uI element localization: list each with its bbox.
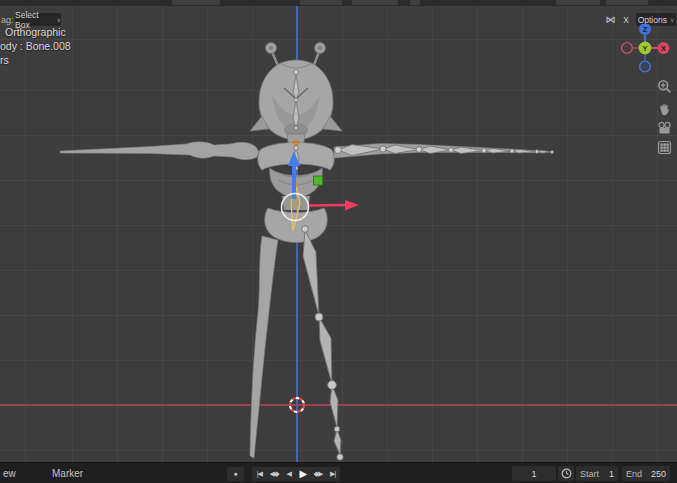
view-name-text: Orthographic — [5, 26, 66, 38]
zoom-icon[interactable] — [655, 77, 673, 95]
3d-viewport[interactable]: ag: Select Box ∨ ⋈ X Options ∨ Orthograp… — [0, 6, 677, 462]
nav-axis-x-positive[interactable]: X — [658, 42, 670, 54]
drag-mode-label: ag: — [1, 15, 14, 25]
character-left-leg — [250, 236, 278, 458]
frame-end-value: 250 — [651, 469, 666, 479]
play-reverse-button[interactable]: ◀ — [281, 467, 296, 481]
camera-view-icon[interactable] — [655, 119, 673, 137]
header-fragment — [352, 0, 398, 5]
gizmo-x-arrowhead[interactable] — [345, 200, 359, 211]
header-fragment — [300, 0, 342, 5]
pan-hand-icon[interactable] — [655, 100, 673, 118]
gizmo-x-arrow[interactable] — [309, 205, 346, 206]
frame-start-value: 1 — [609, 469, 614, 479]
svg-text:Z: Z — [643, 25, 648, 34]
svg-text:X: X — [661, 44, 666, 53]
mirror-toggle-label: X — [623, 15, 629, 25]
character-left-arm — [60, 142, 259, 160]
nav-axis-x-negative[interactable] — [622, 43, 633, 54]
current-frame-value: 1 — [531, 469, 536, 479]
active-object-text: ody : Bone.008 — [0, 40, 71, 52]
overlay-extra-text: rs — [0, 54, 9, 66]
header-fragment — [172, 0, 220, 5]
nav-axis-z-positive[interactable]: Z — [639, 24, 651, 35]
options-label: Options — [638, 15, 667, 25]
prev-keyframe-button[interactable]: ◀◆ — [267, 467, 282, 481]
mirror-icon[interactable]: ⋈ — [603, 13, 618, 26]
scene-canvas — [0, 6, 677, 462]
auto-keying-toggle[interactable]: ● — [227, 467, 244, 481]
next-keyframe-button[interactable]: ◆▶ — [311, 467, 326, 481]
header-fragment — [556, 0, 600, 5]
nav-gizmo[interactable]: Z X Y — [618, 24, 672, 80]
current-frame-field[interactable]: 1 — [512, 466, 556, 481]
chevron-down-icon: ∨ — [57, 16, 61, 23]
svg-text:Y: Y — [642, 44, 647, 53]
select-mode-dropdown[interactable]: Select Box ∨ — [15, 13, 61, 26]
jump-to-end-button[interactable]: ▶| — [325, 467, 340, 481]
right-leg-bones[interactable] — [302, 226, 344, 461]
blender-window: ag: Select Box ∨ ⋈ X Options ∨ Orthograp… — [0, 0, 677, 483]
timeline-view-menu[interactable]: ew — [3, 468, 16, 479]
orthographic-grid-icon[interactable] — [655, 138, 673, 156]
playback-clock-icon[interactable] — [558, 466, 574, 481]
play-button[interactable]: ▶ — [296, 467, 311, 481]
playback-controls: |◀ ◀◆ ◀ ▶ ◆▶ ▶| — [252, 467, 340, 481]
frame-start-field[interactable]: Start 1 — [576, 466, 618, 481]
header-fragment — [410, 0, 420, 5]
frame-end-field[interactable]: End 250 — [622, 466, 670, 481]
gizmo-y-plane-handle[interactable] — [314, 176, 323, 185]
header-fragment — [606, 0, 648, 5]
nav-axis-y-positive[interactable]: Y — [639, 42, 652, 55]
jump-to-start-button[interactable]: |◀ — [252, 467, 267, 481]
frame-start-label: Start — [580, 469, 599, 479]
3d-cursor — [290, 398, 304, 412]
nav-axis-z-negative[interactable] — [640, 61, 651, 72]
gizmo-free-move-ring[interactable] — [282, 194, 309, 221]
frame-end-label: End — [626, 469, 642, 479]
timeline-bar: ew Marker ● |◀ ◀◆ ◀ ▶ ◆▶ ▶| 1 Start 1 En… — [0, 462, 677, 483]
clipped-header-strip — [0, 0, 677, 6]
timeline-marker-menu[interactable]: Marker — [52, 468, 83, 479]
chevron-down-icon: ∨ — [670, 16, 674, 23]
